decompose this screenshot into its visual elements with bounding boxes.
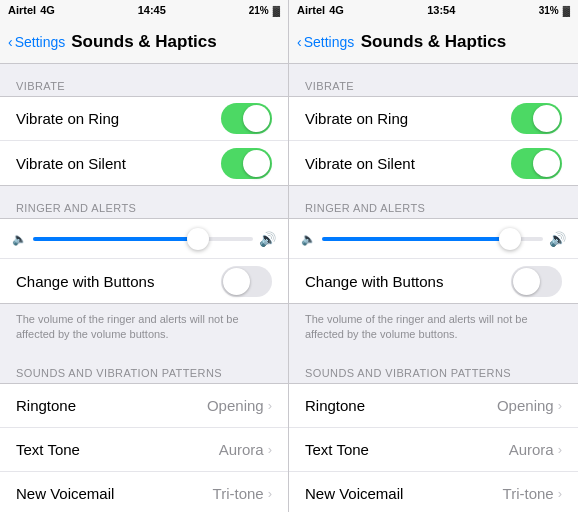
left-vibrate-ring-toggle[interactable] bbox=[221, 103, 272, 134]
right-voicemail-row[interactable]: New Voicemail Tri-tone › bbox=[289, 472, 578, 512]
right-nav-bar: ‹ Settings Sounds & Haptics bbox=[289, 20, 578, 64]
right-voicemail-label: New Voicemail bbox=[305, 485, 403, 502]
left-texttone-label: Text Tone bbox=[16, 441, 80, 458]
right-vibrate-ring-toggle[interactable] bbox=[511, 103, 562, 134]
left-carrier: Airtel bbox=[8, 4, 36, 16]
left-volume-low-icon: 🔈 bbox=[12, 232, 27, 246]
left-change-buttons-thumb bbox=[223, 268, 250, 295]
right-texttone-chevron: › bbox=[558, 442, 562, 457]
left-texttone-chevron: › bbox=[268, 442, 272, 457]
left-network: 4G bbox=[40, 4, 55, 16]
left-texttone-value-container: Aurora › bbox=[219, 441, 272, 458]
right-change-buttons-thumb bbox=[513, 268, 540, 295]
right-texttone-row[interactable]: Text Tone Aurora › bbox=[289, 428, 578, 472]
left-time: 14:45 bbox=[138, 4, 166, 16]
left-sounds-header: SOUNDS AND VIBRATION PATTERNS bbox=[0, 351, 288, 383]
left-ringtone-value-container: Opening › bbox=[207, 397, 272, 414]
left-vibrate-ring-row: Vibrate on Ring bbox=[0, 97, 288, 141]
right-status-right: 31% ▓ bbox=[539, 5, 570, 16]
right-status-left: Airtel 4G bbox=[297, 4, 344, 16]
right-vibrate-silent-thumb bbox=[533, 150, 560, 177]
left-sounds-group: Ringtone Opening › Text Tone Aurora › Ne… bbox=[0, 383, 288, 512]
left-ringer-group: 🔈 🔊 Change with Buttons bbox=[0, 218, 288, 304]
right-ringtone-row[interactable]: Ringtone Opening › bbox=[289, 384, 578, 428]
right-ringtone-label: Ringtone bbox=[305, 397, 365, 414]
left-change-buttons-label: Change with Buttons bbox=[16, 273, 154, 290]
right-ringer-note: The volume of the ringer and alerts will… bbox=[289, 304, 578, 351]
left-status-right: 21% ▓ bbox=[249, 5, 280, 16]
right-panel: Airtel 4G 13:54 31% ▓ ‹ Settings Sounds … bbox=[289, 0, 578, 512]
right-vibrate-group: Vibrate on Ring Vibrate on Silent bbox=[289, 96, 578, 186]
left-slider-thumb[interactable] bbox=[187, 228, 209, 250]
right-sounds-header: SOUNDS AND VIBRATION PATTERNS bbox=[289, 351, 578, 383]
right-vibrate-ring-label: Vibrate on Ring bbox=[305, 110, 408, 127]
left-back-label: Settings bbox=[15, 34, 66, 50]
right-battery-percent: 31% bbox=[539, 5, 559, 16]
left-vibrate-header: VIBRATE bbox=[0, 64, 288, 96]
right-carrier: Airtel bbox=[297, 4, 325, 16]
left-nav-bar: ‹ Settings Sounds & Haptics bbox=[0, 20, 288, 64]
left-slider-fill bbox=[33, 237, 198, 241]
left-ringtone-row[interactable]: Ringtone Opening › bbox=[0, 384, 288, 428]
right-vibrate-silent-row: Vibrate on Silent bbox=[289, 141, 578, 185]
left-vibrate-silent-row: Vibrate on Silent bbox=[0, 141, 288, 185]
right-vibrate-ring-row: Vibrate on Ring bbox=[289, 97, 578, 141]
left-vibrate-silent-thumb bbox=[243, 150, 270, 177]
left-change-buttons-row: Change with Buttons bbox=[0, 259, 288, 303]
right-slider-track[interactable] bbox=[322, 237, 543, 241]
right-change-buttons-row: Change with Buttons bbox=[289, 259, 578, 303]
left-ringtone-label: Ringtone bbox=[16, 397, 76, 414]
right-back-button[interactable]: ‹ Settings bbox=[297, 34, 354, 50]
right-voicemail-value-container: Tri-tone › bbox=[503, 485, 562, 502]
left-change-buttons-toggle[interactable] bbox=[221, 266, 272, 297]
right-vibrate-ring-thumb bbox=[533, 105, 560, 132]
right-slider-fill bbox=[322, 237, 510, 241]
right-ringer-group: 🔈 🔊 Change with Buttons bbox=[289, 218, 578, 304]
right-content: VIBRATE Vibrate on Ring Vibrate on Silen… bbox=[289, 64, 578, 512]
left-texttone-value: Aurora bbox=[219, 441, 264, 458]
right-vibrate-header: VIBRATE bbox=[289, 64, 578, 96]
right-vibrate-silent-toggle[interactable] bbox=[511, 148, 562, 179]
left-back-button[interactable]: ‹ Settings bbox=[8, 34, 65, 50]
left-voicemail-value: Tri-tone bbox=[213, 485, 264, 502]
left-ringtone-value: Opening bbox=[207, 397, 264, 414]
left-voicemail-chevron: › bbox=[268, 486, 272, 501]
left-voicemail-row[interactable]: New Voicemail Tri-tone › bbox=[0, 472, 288, 512]
right-texttone-value: Aurora bbox=[509, 441, 554, 458]
right-back-chevron: ‹ bbox=[297, 34, 302, 50]
left-vibrate-ring-thumb bbox=[243, 105, 270, 132]
left-panel: Airtel 4G 14:45 21% ▓ ‹ Settings Sounds … bbox=[0, 0, 289, 512]
left-vibrate-silent-toggle[interactable] bbox=[221, 148, 272, 179]
left-ringtone-chevron: › bbox=[268, 398, 272, 413]
right-battery-icon: ▓ bbox=[563, 5, 570, 16]
right-slider-row: 🔈 🔊 bbox=[289, 219, 578, 259]
right-change-buttons-toggle[interactable] bbox=[511, 266, 562, 297]
right-time: 13:54 bbox=[427, 4, 455, 16]
right-slider-thumb[interactable] bbox=[499, 228, 521, 250]
left-slider-track[interactable] bbox=[33, 237, 253, 241]
left-volume-high-icon: 🔊 bbox=[259, 231, 276, 247]
right-texttone-label: Text Tone bbox=[305, 441, 369, 458]
left-slider-row: 🔈 🔊 bbox=[0, 219, 288, 259]
left-back-chevron: ‹ bbox=[8, 34, 13, 50]
right-volume-high-icon: 🔊 bbox=[549, 231, 566, 247]
left-nav-title: Sounds & Haptics bbox=[71, 32, 216, 52]
right-voicemail-value: Tri-tone bbox=[503, 485, 554, 502]
left-vibrate-group: Vibrate on Ring Vibrate on Silent bbox=[0, 96, 288, 186]
left-vibrate-silent-label: Vibrate on Silent bbox=[16, 155, 126, 172]
left-texttone-row[interactable]: Text Tone Aurora › bbox=[0, 428, 288, 472]
right-network: 4G bbox=[329, 4, 344, 16]
left-ringer-note: The volume of the ringer and alerts will… bbox=[0, 304, 288, 351]
right-ringtone-chevron: › bbox=[558, 398, 562, 413]
left-status-bar: Airtel 4G 14:45 21% ▓ bbox=[0, 0, 288, 20]
left-battery-icon: ▓ bbox=[273, 5, 280, 16]
left-battery-percent: 21% bbox=[249, 5, 269, 16]
right-ringtone-value: Opening bbox=[497, 397, 554, 414]
left-status-left: Airtel 4G bbox=[8, 4, 55, 16]
right-texttone-value-container: Aurora › bbox=[509, 441, 562, 458]
right-ringer-header: RINGER AND ALERTS bbox=[289, 186, 578, 218]
right-volume-low-icon: 🔈 bbox=[301, 232, 316, 246]
left-voicemail-label: New Voicemail bbox=[16, 485, 114, 502]
left-content: VIBRATE Vibrate on Ring Vibrate on Silen… bbox=[0, 64, 288, 512]
right-vibrate-silent-label: Vibrate on Silent bbox=[305, 155, 415, 172]
